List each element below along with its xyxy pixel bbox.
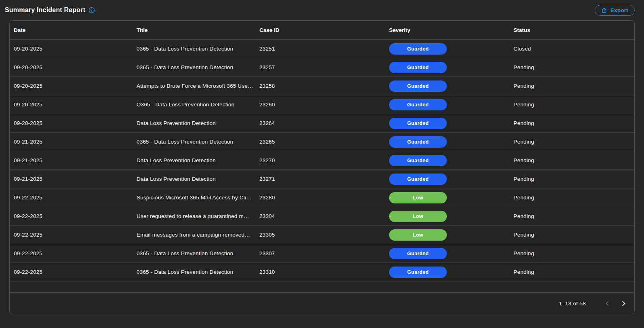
cell-severity: Guarded — [385, 118, 509, 129]
table-pagination: 1–13 of 58 — [10, 293, 634, 314]
cell-severity: Guarded — [385, 43, 509, 55]
severity-badge: Guarded — [389, 118, 447, 129]
pagination-range-label: 1–13 of 58 — [559, 300, 586, 307]
table-filler-row — [10, 281, 634, 293]
cell-severity: Low — [385, 192, 509, 203]
cell-date: 09-21-2025 — [10, 157, 133, 163]
cell-date: 09-22-2025 — [10, 250, 133, 256]
cell-case-id: 23265 — [255, 139, 385, 145]
table-body: 09-20-2025 0365 - Data Loss Prevention D… — [10, 40, 634, 281]
cell-status: Pending — [509, 195, 634, 201]
cell-title: User requested to release a quarantined … — [133, 213, 255, 219]
cell-title: 0365 - Data Loss Prevention Detection — [133, 64, 255, 70]
export-icon — [601, 7, 607, 13]
pagination-prev-button[interactable] — [602, 297, 614, 309]
cell-title: Email messages from a campaign removed… — [133, 232, 255, 238]
cell-status: Pending — [509, 102, 634, 108]
column-header-severity: Severity — [385, 27, 509, 33]
cell-severity: Low — [385, 211, 509, 222]
table-row[interactable]: 09-22-2025 Suspicious Microsoft 365 Mail… — [10, 188, 634, 207]
cell-title: Attempts to Brute Force a Microsoft 365 … — [133, 83, 255, 89]
cell-severity: Guarded — [385, 155, 509, 166]
cell-status: Pending — [509, 83, 634, 89]
cell-severity: Low — [385, 229, 509, 241]
severity-badge: Guarded — [389, 80, 447, 92]
cell-title: Data Loss Prevention Detection — [133, 176, 255, 182]
cell-title: O365 - Data Loss Prevention Detection — [133, 102, 255, 108]
table-row[interactable]: 09-21-2025 Data Loss Prevention Detectio… — [10, 151, 634, 170]
cell-date: 09-21-2025 — [10, 176, 133, 182]
cell-status: Pending — [509, 120, 634, 126]
table-row[interactable]: 09-20-2025 Data Loss Prevention Detectio… — [10, 114, 634, 133]
cell-severity: Guarded — [385, 248, 509, 259]
cell-severity: Guarded — [385, 174, 509, 185]
severity-badge: Guarded — [389, 99, 447, 110]
cell-date: 09-20-2025 — [10, 102, 133, 108]
severity-badge: Guarded — [389, 136, 447, 148]
export-button-label: Export — [610, 7, 628, 13]
table-row[interactable]: 09-20-2025 0365 - Data Loss Prevention D… — [10, 58, 634, 77]
table-row[interactable]: 09-21-2025 Data Loss Prevention Detectio… — [10, 170, 634, 188]
cell-case-id: 23307 — [255, 250, 385, 256]
cell-case-id: 23271 — [255, 176, 385, 182]
info-icon[interactable] — [88, 7, 95, 13]
chevron-left-icon — [606, 301, 611, 306]
cell-date: 09-22-2025 — [10, 213, 133, 219]
cell-status: Pending — [509, 213, 634, 219]
cell-case-id: 23260 — [255, 102, 385, 108]
table-row[interactable]: 09-22-2025 0365 - Data Loss Prevention D… — [10, 244, 634, 263]
table-row[interactable]: 09-22-2025 Email messages from a campaig… — [10, 226, 634, 244]
cell-status: Pending — [509, 232, 634, 238]
table-row[interactable]: 09-20-2025 0365 - Data Loss Prevention D… — [10, 40, 634, 58]
cell-title: 0365 - Data Loss Prevention Detection — [133, 139, 255, 145]
cell-case-id: 23258 — [255, 83, 385, 89]
cell-status: Pending — [509, 250, 634, 256]
cell-date: 09-22-2025 — [10, 232, 133, 238]
severity-badge: Guarded — [389, 43, 447, 55]
title-wrap: Summary Incident Report — [5, 6, 95, 14]
column-header-title: Title — [133, 27, 255, 33]
cell-status: Closed — [509, 46, 634, 52]
cell-title: Suspicious Microsoft 365 Mail Access by … — [133, 195, 255, 201]
cell-date: 09-20-2025 — [10, 46, 133, 52]
cell-title: 0365 - Data Loss Prevention Detection — [133, 46, 255, 52]
cell-status: Pending — [509, 64, 634, 70]
cell-date: 09-22-2025 — [10, 269, 133, 275]
cell-title: 0365 - Data Loss Prevention Detection — [133, 250, 255, 256]
page-title: Summary Incident Report — [5, 6, 85, 14]
cell-case-id: 23305 — [255, 232, 385, 238]
cell-case-id: 23251 — [255, 46, 385, 52]
pagination-next-button[interactable] — [617, 297, 629, 309]
chevron-right-icon — [620, 301, 625, 306]
cell-date: 09-22-2025 — [10, 195, 133, 201]
severity-badge: Guarded — [389, 174, 447, 185]
cell-severity: Guarded — [385, 62, 509, 73]
topbar: Summary Incident Report Export — [0, 0, 644, 20]
cell-status: Pending — [509, 157, 634, 163]
table-row[interactable]: 09-20-2025 O365 - Data Loss Prevention D… — [10, 95, 634, 114]
severity-badge: Guarded — [389, 267, 447, 278]
cell-severity: Guarded — [385, 80, 509, 92]
table-row[interactable]: 09-22-2025 User requested to release a q… — [10, 207, 634, 226]
table-header-row: Date Title Case ID Severity Status — [10, 21, 634, 40]
severity-badge: Guarded — [389, 155, 447, 166]
cell-severity: Guarded — [385, 99, 509, 110]
cell-title: 0365 - Data Loss Prevention Detection — [133, 269, 255, 275]
export-button[interactable]: Export — [595, 5, 635, 16]
cell-case-id: 23310 — [255, 269, 385, 275]
cell-date: 09-20-2025 — [10, 83, 133, 89]
cell-title: Data Loss Prevention Detection — [133, 120, 255, 126]
severity-badge: Low — [389, 192, 447, 203]
cell-status: Pending — [509, 269, 634, 275]
table-row[interactable]: 09-20-2025 Attempts to Brute Force a Mic… — [10, 77, 634, 95]
table-row[interactable]: 09-22-2025 0365 - Data Loss Prevention D… — [10, 263, 634, 281]
severity-badge: Guarded — [389, 248, 447, 259]
cell-case-id: 23304 — [255, 213, 385, 219]
cell-date: 09-21-2025 — [10, 139, 133, 145]
table-row[interactable]: 09-21-2025 0365 - Data Loss Prevention D… — [10, 133, 634, 151]
cell-case-id: 23270 — [255, 157, 385, 163]
cell-status: Pending — [509, 139, 634, 145]
column-header-case-id: Case ID — [255, 27, 385, 33]
cell-severity: Guarded — [385, 136, 509, 148]
cell-title: Data Loss Prevention Detection — [133, 157, 255, 163]
